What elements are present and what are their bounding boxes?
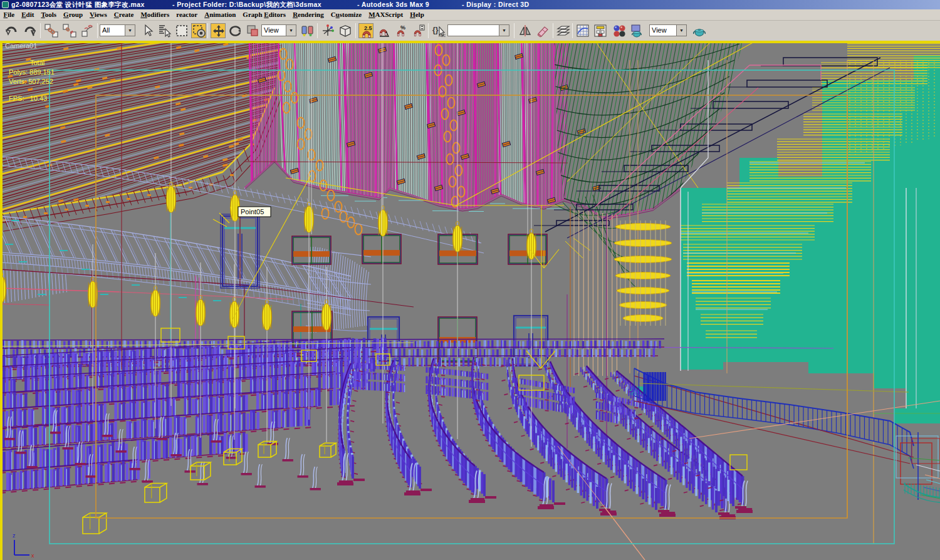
svg-text:%: %: [400, 24, 405, 31]
svg-text:2.5: 2.5: [364, 25, 372, 31]
svg-text:{}: {}: [432, 26, 439, 34]
svg-text:x: x: [31, 552, 34, 559]
svg-text:ABC: ABC: [439, 34, 446, 38]
svg-text:Verts: 507,252: Verts: 507,252: [9, 78, 53, 85]
svg-text:Point05: Point05: [241, 208, 264, 215]
svg-text:Total: Total: [30, 59, 44, 66]
svg-text:z: z: [13, 532, 16, 539]
svg-text:FPS: 10.43: FPS: 10.43: [9, 95, 47, 102]
svg-text:Polys: 889,151: Polys: 889,151: [9, 68, 55, 76]
